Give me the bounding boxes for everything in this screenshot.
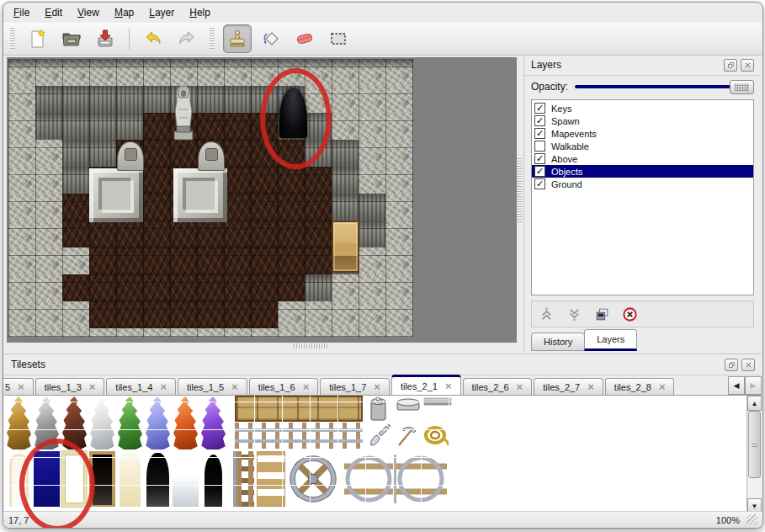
map-tile-dark-cliff[interactable] <box>62 167 89 194</box>
tombstone-object[interactable] <box>198 141 225 171</box>
map-tile-floor[interactable] <box>278 167 305 194</box>
close-tab-icon[interactable]: × <box>18 383 24 391</box>
map-tile-floor[interactable] <box>197 274 224 301</box>
dock-tab-history[interactable]: History <box>531 332 585 351</box>
map-tile-light-rock[interactable] <box>359 59 385 86</box>
map-tile-light-rock[interactable] <box>35 328 62 337</box>
map-tile-floor[interactable] <box>305 167 332 194</box>
map-tile-floor[interactable] <box>251 274 278 301</box>
black-mound-tile[interactable] <box>145 451 171 507</box>
layer-visibility-checkbox[interactable]: ✓ <box>534 178 545 189</box>
map-tile-floor[interactable] <box>251 113 278 140</box>
map-tile-floor[interactable] <box>170 221 197 247</box>
map-tile-light-rock[interactable] <box>8 274 35 301</box>
cabinet-object[interactable] <box>332 221 359 273</box>
tileset-scrollbar[interactable]: ▲ ▼ <box>746 396 762 513</box>
map-tile-light-rock[interactable] <box>116 59 143 86</box>
map-tile-floor[interactable] <box>116 301 143 328</box>
map-tile-dark-cliff[interactable] <box>62 86 89 113</box>
map-tile-floor[interactable] <box>62 221 89 247</box>
statue-object[interactable] <box>170 82 197 141</box>
map-tile-floor[interactable] <box>170 247 197 274</box>
map-tile-light-rock[interactable] <box>89 328 116 337</box>
map-tile-light-rock[interactable] <box>385 59 412 86</box>
map-tile-light-rock[interactable] <box>332 86 359 113</box>
layer-row-spawn[interactable]: ✓Spawn <box>532 114 753 127</box>
close-tab-icon[interactable]: × <box>89 383 96 391</box>
tileset-tab-5[interactable]: 5× <box>3 378 34 395</box>
wood-platform-tile[interactable] <box>235 396 363 422</box>
map-tile-floor[interactable] <box>224 194 251 221</box>
map-tile-light-rock[interactable] <box>35 194 62 221</box>
move-down-layer-button[interactable] <box>566 306 582 322</box>
layer-visibility-checkbox[interactable]: ✓ <box>534 103 545 114</box>
map-tile-light-rock[interactable] <box>35 247 62 274</box>
map-tile-floor[interactable] <box>143 247 170 274</box>
map-tile-floor[interactable] <box>89 301 116 328</box>
purple-crystal[interactable] <box>200 396 226 450</box>
map-tile-floor[interactable] <box>224 247 251 274</box>
map-tile-light-rock[interactable] <box>385 274 412 301</box>
curved-rails-tile[interactable] <box>341 451 450 507</box>
map-tile-floor[interactable] <box>170 301 197 328</box>
new-file-button[interactable] <box>24 24 52 53</box>
map-tile-light-rock[interactable] <box>224 328 251 337</box>
close-panel-button[interactable] <box>741 59 754 72</box>
map-tile-floor[interactable] <box>278 194 305 221</box>
silver-crystal[interactable] <box>34 396 60 450</box>
map-tile-light-rock[interactable] <box>116 328 143 337</box>
redo-button[interactable] <box>173 24 201 53</box>
map-tile-light-rock[interactable] <box>251 328 278 337</box>
posts-grid-tile[interactable] <box>233 451 255 507</box>
close-tab-icon[interactable]: × <box>517 383 523 391</box>
map-tile-light-rock[interactable] <box>359 140 385 167</box>
layer-visibility-checkbox[interactable]: ✓ <box>534 166 545 177</box>
tileset-tab-tiles_1_6[interactable]: tiles_1_6× <box>249 378 319 395</box>
map-tile-light-rock[interactable] <box>385 194 412 221</box>
opacity-slider-track[interactable] <box>575 85 754 88</box>
map-tile-light-rock[interactable] <box>385 221 412 247</box>
map-tile-light-rock[interactable] <box>278 301 305 328</box>
map-tile-floor[interactable] <box>278 140 305 167</box>
map-tile-floor[interactable] <box>251 301 278 328</box>
barrel-tile[interactable] <box>364 396 392 422</box>
map-tile-dark-cliff[interactable] <box>224 86 251 113</box>
map-tile-floor[interactable] <box>143 167 170 194</box>
map-tile-light-rock[interactable] <box>170 328 197 337</box>
map-tile-light-rock[interactable] <box>278 328 305 337</box>
white-door-frame-tile[interactable] <box>61 451 88 507</box>
select-rect-button[interactable] <box>324 24 353 53</box>
layer-row-above[interactable]: ✓Above <box>532 152 753 165</box>
close-tab-icon[interactable]: × <box>587 383 594 391</box>
map-tile-light-rock[interactable] <box>251 59 278 86</box>
tileset-tab-tiles_2_6[interactable]: tiles_2_6× <box>463 378 533 395</box>
close-tab-icon[interactable]: × <box>303 383 310 391</box>
map-tile-light-rock[interactable] <box>35 274 62 301</box>
map-tile-light-rock[interactable] <box>62 247 89 274</box>
gold-crystal[interactable] <box>6 396 32 450</box>
map-tile-light-rock[interactable] <box>8 194 35 221</box>
stamp-button[interactable] <box>223 24 252 53</box>
rails-horizontal-tile[interactable] <box>235 423 363 449</box>
map-tile-floor[interactable] <box>62 194 89 221</box>
map-tile-floor[interactable] <box>251 140 278 167</box>
close-tab-icon[interactable]: × <box>445 382 452 391</box>
float-panel-button[interactable] <box>724 59 737 72</box>
move-up-layer-button[interactable] <box>539 306 555 322</box>
map-tile-light-rock[interactable] <box>385 328 412 337</box>
map-tile-dark-cliff[interactable] <box>89 113 116 140</box>
map-tile-floor[interactable] <box>251 194 278 221</box>
map-tile-dark-cliff[interactable] <box>62 140 89 167</box>
blue-crystal[interactable] <box>145 396 171 450</box>
map-tile-light-rock[interactable] <box>224 59 251 86</box>
map-tile-light-rock[interactable] <box>359 247 385 274</box>
fill-button[interactable] <box>257 24 285 53</box>
map-tile-light-rock[interactable] <box>8 113 35 140</box>
map-tile-floor[interactable] <box>89 274 116 301</box>
close-tab-icon[interactable]: × <box>374 383 380 391</box>
map-tile-floor[interactable] <box>197 301 224 328</box>
map-tile-floor[interactable] <box>89 221 116 247</box>
tileset-tab-tiles_2_8[interactable]: tiles_2_8× <box>605 378 675 395</box>
layer-visibility-checkbox[interactable]: ✓ <box>534 115 545 126</box>
map-tile-floor[interactable] <box>170 140 197 167</box>
